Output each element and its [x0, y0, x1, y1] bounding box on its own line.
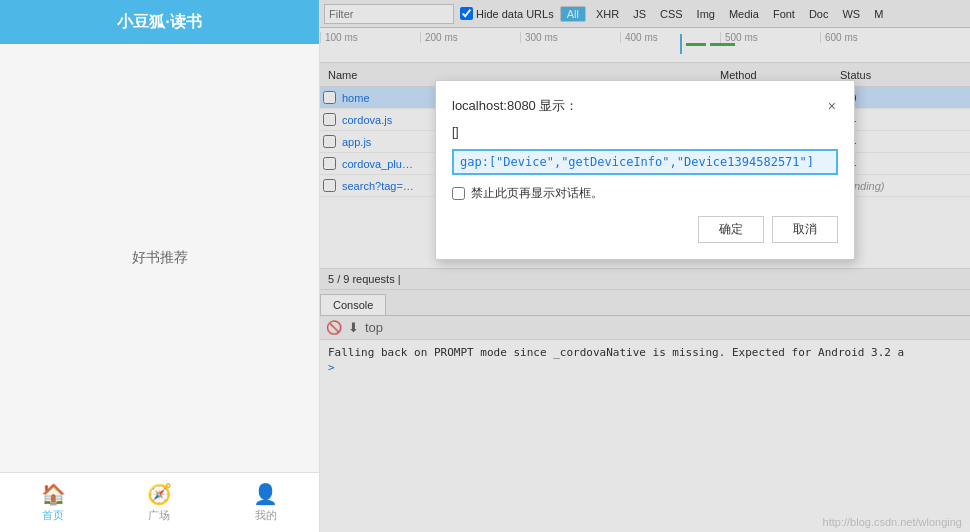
footer-item-mine[interactable]: 👤 我的 [213, 482, 319, 523]
book-recommend-label: 好书推荐 [132, 249, 188, 267]
footer-item-home[interactable]: 🏠 首页 [0, 482, 106, 523]
dialog-title-bar: localhost:8080 显示： × [452, 97, 838, 115]
app-content: 好书推荐 [0, 44, 319, 472]
dialog-checkbox-row: 禁止此页再显示对话框。 [452, 185, 838, 202]
devtools-panel: Hide data URLs All XHR JS CSS Img Media … [320, 0, 970, 532]
dialog-empty-line: [] [452, 125, 838, 139]
confirm-button[interactable]: 确定 [698, 216, 764, 243]
footer-item-plaza[interactable]: 🧭 广场 [106, 482, 212, 523]
plaza-icon: 🧭 [147, 482, 172, 506]
alert-dialog: localhost:8080 显示： × [] gap:["Device","g… [435, 80, 855, 260]
no-more-dialogs-checkbox[interactable] [452, 187, 465, 200]
dialog-input-value: gap:["Device","getDeviceInfo","Device139… [452, 149, 838, 175]
mobile-app-panel: 小豆狐·读书 好书推荐 🏠 首页 🧭 广场 👤 我的 [0, 0, 320, 532]
cancel-button[interactable]: 取消 [772, 216, 838, 243]
footer-home-label: 首页 [42, 508, 64, 523]
dialog-buttons: 确定 取消 [452, 216, 838, 243]
footer-plaza-label: 广场 [148, 508, 170, 523]
app-header: 小豆狐·读书 [0, 0, 319, 44]
mine-icon: 👤 [253, 482, 278, 506]
dialog-checkbox-label: 禁止此页再显示对话框。 [471, 185, 603, 202]
home-icon: 🏠 [41, 482, 66, 506]
dialog-body: [] [452, 125, 838, 139]
dialog-close-button[interactable]: × [826, 98, 838, 114]
dialog-overlay: localhost:8080 显示： × [] gap:["Device","g… [320, 0, 970, 532]
footer-mine-label: 我的 [255, 508, 277, 523]
app-footer: 🏠 首页 🧭 广场 👤 我的 [0, 472, 319, 532]
app-title: 小豆狐·读书 [117, 12, 201, 33]
dialog-title: localhost:8080 显示： [452, 97, 578, 115]
